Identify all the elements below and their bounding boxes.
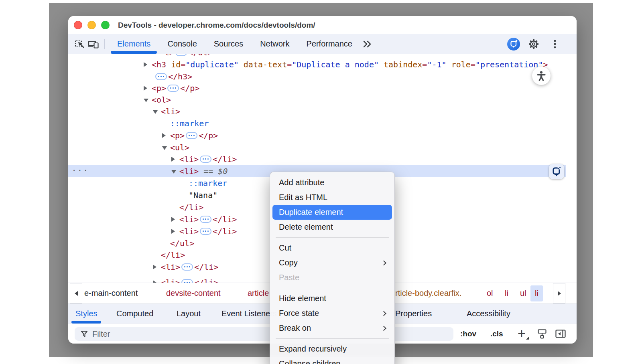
kebab-menu-icon[interactable] <box>548 37 562 51</box>
expand-arrow-closed-icon[interactable] <box>162 133 166 138</box>
sidebar-tab-event-listeners[interactable]: Event Listeners <box>221 304 277 324</box>
breadcrumb-item-e-main-content[interactable]: e-main-content <box>84 283 138 303</box>
zoom-button[interactable] <box>101 21 110 29</box>
devtools-toolbar: ElementsConsoleSourcesNetworkPerformance <box>68 34 577 54</box>
code-token: <ol> <box>152 95 171 105</box>
context-menu-item-cut[interactable]: Cut <box>270 241 394 255</box>
tab-performance[interactable]: Performance <box>298 34 361 54</box>
context-menu-item-collapse-children[interactable]: Collapse children <box>270 356 394 364</box>
expand-arrow-closed-icon[interactable] <box>144 86 147 91</box>
minimize-button[interactable] <box>87 21 96 29</box>
inline-expand-badge-icon[interactable] <box>186 132 197 139</box>
submenu-chevron-icon <box>381 326 386 331</box>
inline-expand-badge-icon[interactable] <box>200 228 211 235</box>
menu-separator <box>276 237 389 238</box>
panel-toggle-icon[interactable] <box>555 328 567 340</box>
inline-expand-badge-icon[interactable] <box>181 279 193 283</box>
expand-arrow-open-icon[interactable] <box>171 170 176 174</box>
tab-label: Console <box>167 39 197 49</box>
context-menu-item-add-attribute[interactable]: Add attribute <box>270 175 394 190</box>
dom-tree-row[interactable]: <ul> <box>68 142 566 154</box>
breadcrumb-item-li[interactable]: li <box>530 285 543 301</box>
context-menu-item-break-on[interactable]: Break on <box>270 321 394 336</box>
context-menu-item-duplicate-element[interactable]: Duplicate element <box>272 205 392 220</box>
expand-arrow-closed-icon[interactable] <box>171 217 175 222</box>
expand-arrow-open-icon[interactable] <box>144 99 148 102</box>
new-style-rule-plus-icon[interactable]: + <box>516 327 530 341</box>
code-token: "-1" <box>427 60 446 69</box>
ai-assistant-icon[interactable] <box>507 37 520 51</box>
dom-tree-row[interactable]: <p></p> <box>68 82 566 94</box>
context-menu-item-paste: Paste <box>270 270 394 285</box>
breadcrumb-scroll-right-button[interactable] <box>553 283 565 303</box>
code-token: </li> <box>179 202 203 212</box>
dom-tree-row[interactable]: </h3> <box>68 71 566 83</box>
expand-arrow-open-icon[interactable] <box>153 110 158 114</box>
breadcrumb-item-devsite-content[interactable]: devsite-content <box>166 283 221 303</box>
expand-arrow-open-icon[interactable] <box>162 146 167 150</box>
inspect-icon[interactable] <box>73 37 87 51</box>
more-tabs-icon[interactable] <box>361 37 374 51</box>
dom-tree-row[interactable]: ::marker <box>68 117 566 129</box>
expand-arrow-closed-icon[interactable] <box>153 265 156 269</box>
inline-expand-badge-icon[interactable] <box>167 85 179 92</box>
breadcrumb-item-li[interactable]: li <box>505 283 508 303</box>
context-menu-item-force-state[interactable]: Force state <box>270 306 394 321</box>
code-token <box>379 60 384 69</box>
toggle-cls[interactable]: .cls <box>490 324 503 344</box>
filter-input[interactable] <box>75 327 453 341</box>
sidebar-tab-properties[interactable]: Properties <box>395 304 432 324</box>
sidebar-tab-computed[interactable]: Computed <box>116 304 153 324</box>
ai-badge-icon[interactable] <box>549 164 564 179</box>
expand-arrow-closed-icon[interactable] <box>144 62 147 67</box>
tab-sources[interactable]: Sources <box>205 34 252 54</box>
sidebar-tab-layout[interactable]: Layout <box>177 304 201 324</box>
code-token: l> <box>165 54 174 57</box>
code-token: "duplicate" <box>185 60 238 69</box>
inline-expand-badge-icon[interactable] <box>181 263 193 271</box>
close-button[interactable] <box>74 21 82 29</box>
context-menu-item-delete-element[interactable]: Delete element <box>270 220 394 235</box>
dom-tree-row[interactable]: <ol> <box>68 94 566 106</box>
inline-expand-badge-icon[interactable] <box>200 216 211 223</box>
code-token: <li> <box>161 278 180 283</box>
dom-tree-row[interactable]: <h3 id="duplicate" data-text="Duplicate … <box>68 59 566 71</box>
inline-expand-badge-icon[interactable] <box>200 156 211 163</box>
dom-tree-row[interactable]: <li></li> <box>68 153 566 165</box>
context-menu-item-edit-as-html[interactable]: Edit as HTML <box>270 190 394 205</box>
breadcrumb-item-ul[interactable]: ul <box>520 283 526 303</box>
breadcrumb-scroll-left-button[interactable] <box>70 283 82 303</box>
dom-tree-row[interactable]: <p></p> <box>68 129 566 142</box>
submenu-chevron-icon <box>381 311 386 316</box>
breadcrumb-item-rticle-body-clearfix[interactable]: rticle-body.clearfix. <box>395 283 461 303</box>
code-token: = <box>287 60 292 69</box>
code-token: </li> <box>194 262 218 272</box>
breadcrumb-item-article[interactable]: article <box>248 283 269 303</box>
context-menu-item-copy[interactable]: Copy <box>270 255 394 270</box>
toolbar-right-divider <box>505 39 505 49</box>
sidebar-tab-styles[interactable]: Styles <box>75 304 97 324</box>
row-overflow-dots-icon[interactable]: ··· <box>71 165 89 176</box>
toggle-hov[interactable]: :hov <box>460 324 476 344</box>
code-token: <li> <box>179 226 199 236</box>
tab-elements[interactable]: Elements <box>109 34 159 54</box>
tab-console[interactable]: Console <box>159 34 205 54</box>
expand-arrow-closed-icon[interactable] <box>171 229 175 234</box>
inline-expand-badge-icon[interactable] <box>175 54 187 56</box>
device-toolbar-icon[interactable] <box>87 37 100 51</box>
code-token: </li> <box>213 214 237 224</box>
breadcrumb-item-ol[interactable]: ol <box>487 283 493 303</box>
settings-gear-icon[interactable] <box>527 37 540 51</box>
context-menu-item-expand-recursively[interactable]: Expand recursively <box>270 342 394 356</box>
code-token: ::marker <box>170 119 209 128</box>
dom-tree-row[interactable]: l></ul> <box>68 54 566 59</box>
brush-icon[interactable] <box>536 328 548 340</box>
accessibility-icon[interactable] <box>532 67 551 85</box>
context-menu-item-hide-element[interactable]: Hide element <box>270 291 394 306</box>
inline-expand-badge-icon[interactable] <box>155 73 167 80</box>
dom-tree-row[interactable]: <li> <box>68 105 566 117</box>
expand-arrow-closed-icon[interactable] <box>171 157 175 162</box>
sidebar-tab-accessibility[interactable]: Accessibility <box>467 304 510 324</box>
tab-label: Elements <box>117 39 150 49</box>
tab-network[interactable]: Network <box>252 34 298 54</box>
